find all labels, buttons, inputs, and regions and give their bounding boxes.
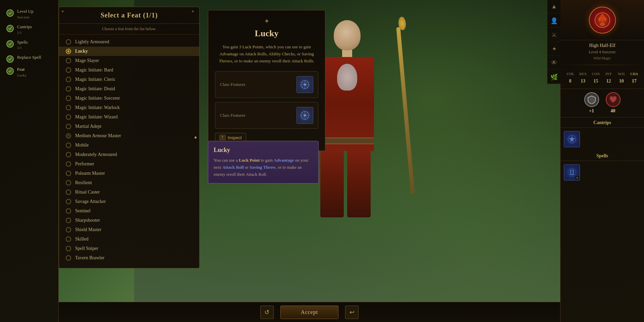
vitals-row: +1 40 bbox=[560, 89, 644, 117]
feat-item-ritual-caster[interactable]: Ritual Caster bbox=[59, 187, 199, 197]
inspect-label: Inspect bbox=[228, 135, 242, 140]
feat-item-lightly-armoured[interactable]: Lightly Armoured bbox=[59, 37, 199, 47]
side-icon-eye[interactable]: 👁 bbox=[547, 56, 561, 70]
cantrips-header: Cantrips bbox=[560, 117, 644, 128]
step-item-cantrips: Cantrips1/1 bbox=[5, 22, 53, 38]
feat-name-savage-attacker: Savage Attacker bbox=[75, 199, 106, 204]
panel-subtitle: Choose a feat from the list below. bbox=[59, 24, 199, 35]
step-item-spells: Spells1/1 bbox=[5, 38, 53, 53]
feat-name-polearm-master: Polearm Master bbox=[75, 171, 105, 176]
step-check-level-up bbox=[6, 9, 14, 17]
feat-name-magic-initiate-warlock: Magic Initiate: Warlock bbox=[75, 105, 120, 110]
feat-item-mobile[interactable]: Mobile bbox=[59, 141, 199, 150]
feat-item-mage-slayer[interactable]: Mage Slayer bbox=[59, 56, 199, 65]
feat-radio-lucky bbox=[66, 49, 71, 54]
tooltip-attack-roll: Attack Roll bbox=[222, 165, 244, 170]
feat-item-magic-initiate-sorcerer[interactable]: Magic Initiate: Sorcerer bbox=[59, 94, 199, 103]
side-icon-sword[interactable]: ⚔ bbox=[547, 28, 561, 42]
highlight-luck-points: 3 Luck Points bbox=[239, 44, 263, 49]
stat-value-cha: 17 bbox=[629, 78, 640, 84]
tooltip-saving-throw: Saving Throw bbox=[250, 165, 276, 170]
feat-radio-mage-slayer bbox=[66, 58, 71, 63]
stat-name-cha: CHA bbox=[630, 72, 638, 76]
feat-name-magic-initiate-bard: Magic Initiate: Bard bbox=[75, 67, 113, 73]
stat-val-cha: 17 bbox=[632, 78, 637, 84]
side-icon-portrait[interactable]: 👤 bbox=[547, 14, 561, 28]
feat-item-resilient[interactable]: Resilient bbox=[59, 178, 199, 187]
accept-button[interactable]: Accept bbox=[280, 306, 338, 319]
feat-item-tavern-brawler[interactable]: Tavern Brawler bbox=[59, 253, 199, 262]
feat-name-moderately-armoured: Moderately Armoured bbox=[75, 152, 117, 157]
panel-header: ✦ ✦ Select a Feat (1/1) bbox=[59, 7, 199, 24]
feat-item-sentinel[interactable]: Sentinel bbox=[59, 206, 199, 216]
cantrip-icon-1[interactable] bbox=[564, 131, 580, 147]
step-item-feat: FeatLucky bbox=[5, 65, 53, 80]
feat-item-savage-attacker[interactable]: Savage Attacker bbox=[59, 197, 199, 206]
feat-radio-spell-sniper bbox=[66, 246, 71, 251]
svg-point-17 bbox=[568, 168, 576, 176]
side-icon-spell[interactable]: ✦ bbox=[547, 42, 561, 56]
stat-label-wis: WIS bbox=[616, 70, 627, 76]
feat-item-magic-initiate-warlock[interactable]: Magic Initiate: Warlock bbox=[59, 103, 199, 112]
feat-name-mage-slayer: Mage Slayer bbox=[75, 58, 99, 63]
stat-val-con: 15 bbox=[593, 78, 598, 84]
feat-item-magic-initiate-cleric[interactable]: Magic Initiate: Cleric bbox=[59, 75, 199, 84]
side-icon-leaf[interactable]: 🌿 bbox=[547, 70, 561, 84]
tooltip-text: You can use a Luck Point to gain Advanta… bbox=[214, 157, 313, 178]
feat-radio-martial-adept bbox=[66, 124, 71, 129]
feat-radio-savage-attacker bbox=[66, 199, 71, 204]
feat-item-sharpshooter[interactable]: Sharpshooter bbox=[59, 216, 199, 225]
feat-item-magic-initiate-bard[interactable]: Magic Initiate: Bard bbox=[59, 65, 199, 75]
feat-item-magic-initiate-druid[interactable]: Magic Initiate: Druid bbox=[59, 84, 199, 94]
undo-button[interactable]: ↩ bbox=[345, 306, 359, 319]
stat-value-row: 81315121017 bbox=[564, 78, 641, 84]
stat-val-dex: 13 bbox=[581, 78, 585, 84]
step-item-replace-spell: Replace Spell bbox=[5, 53, 53, 65]
feat-name-sentinel: Sentinel bbox=[75, 208, 91, 214]
feat-item-skilled[interactable]: Skilled bbox=[59, 234, 199, 244]
highlight-attack-rolls: Attack Rolls bbox=[291, 58, 313, 63]
stat-label-cha: CHA bbox=[629, 70, 640, 76]
char-portrait-icon bbox=[589, 7, 616, 34]
bottom-bar: ↺ Accept ↩ bbox=[59, 302, 560, 322]
feat-item-performer[interactable]: Performer bbox=[59, 159, 199, 169]
feat-item-polearm-master[interactable]: Polearm Master bbox=[59, 169, 199, 178]
feat-item-moderately-armoured[interactable]: Moderately Armoured bbox=[59, 150, 199, 159]
feature-icon-2 bbox=[297, 107, 313, 124]
left-sidebar: Level UpSorcerer Cantrips1/1 Spells1/1 R… bbox=[0, 0, 59, 322]
spells-header: Spells bbox=[560, 151, 644, 161]
class-feature-card-2[interactable]: Class Features bbox=[215, 102, 318, 129]
spell-icon-1[interactable]: II bbox=[564, 164, 580, 180]
feat-item-medium-armour-master[interactable]: Medium Armour Master bbox=[59, 131, 199, 141]
stat-name-con: CON bbox=[592, 72, 600, 76]
step-item-level-up: Level UpSorcerer bbox=[5, 7, 53, 22]
feat-item-spell-sniper[interactable]: Spell Sniper bbox=[59, 244, 199, 253]
feat-item-lucky[interactable]: Lucky bbox=[59, 47, 199, 56]
back-button[interactable]: ↺ bbox=[260, 306, 274, 319]
feat-radio-magic-initiate-druid bbox=[66, 86, 71, 92]
side-icon-up[interactable]: ▲ bbox=[547, 0, 561, 13]
step-text-level-up: Level UpSorcerer bbox=[17, 9, 34, 20]
feat-name-spell-sniper: Spell Sniper bbox=[75, 246, 98, 251]
step-check-replace-spell bbox=[6, 55, 14, 63]
divider-1 bbox=[560, 65, 644, 65]
feat-name-tavern-brawler: Tavern Brawler bbox=[75, 255, 104, 261]
tooltip-advantage: Advantage bbox=[274, 158, 294, 163]
class-feature-card-1[interactable]: Class Features + bbox=[215, 71, 318, 98]
stat-value-dex: 13 bbox=[578, 78, 588, 84]
feat-name-magic-initiate-cleric: Magic Initiate: Cleric bbox=[75, 77, 116, 82]
ac-item: +1 bbox=[584, 92, 599, 114]
step-check-feat bbox=[6, 67, 14, 75]
inspect-key: T bbox=[219, 135, 226, 140]
feat-radio-medium-armour-master bbox=[66, 133, 71, 139]
step-text-cantrips: Cantrips1/1 bbox=[17, 24, 32, 36]
feat-radio-mobile bbox=[66, 143, 71, 148]
feat-name-ritual-caster: Ritual Caster bbox=[75, 190, 100, 195]
detail-panel: ✦ Lucky You gain 3 Luck Points, which yo… bbox=[208, 10, 325, 151]
feat-item-shield-master[interactable]: Shield Master bbox=[59, 225, 199, 234]
feat-item-magic-initiate-wizard[interactable]: Magic Initiate: Wizard bbox=[59, 112, 199, 122]
feat-radio-magic-initiate-sorcerer bbox=[66, 96, 71, 101]
step-text-spells: Spells1/1 bbox=[17, 40, 28, 51]
stat-val-wis: 10 bbox=[619, 78, 624, 84]
feat-item-martial-adept[interactable]: Martial Adept bbox=[59, 122, 199, 131]
